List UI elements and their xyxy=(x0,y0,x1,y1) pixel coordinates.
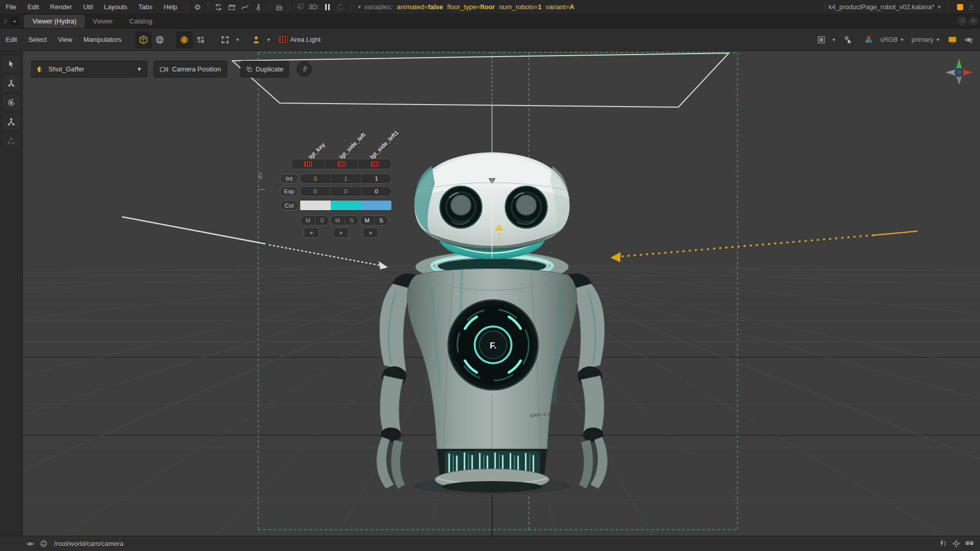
favorite-star-button[interactable]: ★ xyxy=(304,228,319,238)
menu-edit[interactable]: Edit xyxy=(22,0,44,14)
tab-viewer[interactable]: Viewer xyxy=(85,15,121,28)
render-layer-icon[interactable] xyxy=(813,32,829,48)
intensity-values-row: 3 1 1 xyxy=(300,173,392,184)
intensity-value[interactable]: 1 xyxy=(361,174,391,183)
close-pane-button[interactable]: ✕ xyxy=(969,16,978,26)
colorspace-label[interactable]: sRGB xyxy=(880,36,898,43)
rotate-tool-icon[interactable] xyxy=(4,95,19,110)
mute-button[interactable]: M xyxy=(301,216,315,225)
intensity-value[interactable]: 1 xyxy=(330,174,361,183)
shaded-mode-icon[interactable] xyxy=(135,32,152,48)
scale-tool-icon[interactable] xyxy=(4,114,19,130)
slate-icon[interactable] xyxy=(225,1,238,13)
eye-check-icon[interactable] xyxy=(961,32,977,48)
duplicate-button[interactable]: Duplicate xyxy=(240,61,289,78)
solo-button[interactable]: S xyxy=(345,216,359,225)
project-chevron-icon[interactable]: ▼ xyxy=(937,5,942,10)
area-light-cell-icon[interactable] xyxy=(325,159,358,169)
warning-icon[interactable]: ⚠ xyxy=(968,3,975,12)
table-collapse-icon[interactable]: — xyxy=(258,185,265,193)
gaffer-chevron-icon: ▼ xyxy=(137,66,142,72)
color-gamut-icon[interactable] xyxy=(861,32,877,48)
render-layer-chevron-icon[interactable]: ▼ xyxy=(831,37,836,42)
marquee-select-icon[interactable] xyxy=(217,32,233,48)
exposure-value[interactable]: 0 xyxy=(361,187,391,196)
rotate-gaffer-button[interactable] xyxy=(297,61,312,77)
color-swatch[interactable] xyxy=(331,201,361,210)
wire-sphere-icon[interactable] xyxy=(176,32,192,48)
visibility-eye-icon[interactable] xyxy=(23,538,37,550)
variable-num-robots[interactable]: num_robots=1 xyxy=(499,3,542,11)
color-swatch[interactable] xyxy=(361,201,391,210)
gaffer-icon xyxy=(37,66,44,73)
select-tool-icon[interactable] xyxy=(4,56,19,71)
proxy-tiles-icon[interactable] xyxy=(192,32,209,48)
intensity-value[interactable]: 3 xyxy=(300,174,330,183)
favorite-star-button[interactable]: ★ xyxy=(363,228,378,238)
mute-button[interactable]: M xyxy=(331,216,345,225)
camera-position-button[interactable]: Camera Position xyxy=(154,61,227,78)
pointer-snap-icon[interactable] xyxy=(840,32,856,48)
translate-tool-icon[interactable] xyxy=(4,76,19,91)
channel-chevron-icon[interactable]: ▼ xyxy=(936,37,940,42)
stereo-glasses-icon[interactable] xyxy=(963,538,976,550)
render-status-icon[interactable] xyxy=(957,4,963,10)
graph-state-variables[interactable]: animated=false floor_type=floor num_robo… xyxy=(397,3,578,11)
monitor-icon[interactable] xyxy=(944,32,961,48)
menu-tabs[interactable]: Tabs xyxy=(133,0,158,14)
key-icon[interactable] xyxy=(252,1,265,13)
solo-button[interactable]: S xyxy=(315,216,329,225)
variable-animated[interactable]: animated=false xyxy=(397,3,443,11)
viewer-menu-view[interactable]: View xyxy=(53,33,78,47)
menu-util[interactable]: Util xyxy=(78,0,99,14)
colorspace-chevron-icon[interactable]: ▼ xyxy=(900,37,904,42)
variable-floor-type[interactable]: floor_type=floor xyxy=(447,3,495,11)
color-swatch[interactable] xyxy=(300,201,331,210)
key-light-direction[interactable] xyxy=(610,231,918,262)
light-column-header[interactable]: lgt_side_left1 xyxy=(369,130,400,160)
exposure-value[interactable]: 0 xyxy=(300,187,330,196)
pan-mode-icon[interactable] xyxy=(949,538,963,550)
menu-help[interactable]: Help xyxy=(158,0,183,14)
render-farm-icon[interactable] xyxy=(273,1,286,13)
light-column-header[interactable]: lgt_key xyxy=(308,141,327,160)
gear-icon[interactable] xyxy=(191,1,204,13)
pane-menu-button[interactable]: ▼ xyxy=(10,17,19,26)
area-light-cell-icon[interactable] xyxy=(291,159,325,169)
exposure-value[interactable]: 0 xyxy=(330,187,361,196)
intensity-row-label: Int xyxy=(280,173,299,184)
favorite-star-button[interactable]: ★ xyxy=(333,228,349,238)
curve-icon[interactable] xyxy=(238,1,252,13)
variable-variant[interactable]: variant=A xyxy=(546,3,574,11)
viewer-menu-edit[interactable]: Edit xyxy=(0,33,22,47)
recycle-icon[interactable] xyxy=(212,1,225,13)
menu-file[interactable]: File xyxy=(0,0,22,14)
float-pane-button[interactable]: ❐ xyxy=(958,16,967,26)
mute-button[interactable]: M xyxy=(360,216,374,225)
channel-label[interactable]: primary xyxy=(912,36,934,43)
area-light-cell-icon[interactable] xyxy=(358,159,391,169)
viewer-menu-select[interactable]: Select xyxy=(22,33,52,47)
environment-icon[interactable] xyxy=(152,32,168,48)
snapshot-icon[interactable] xyxy=(936,538,949,550)
viewport-3d[interactable]: F. MARI 4.6 xyxy=(0,51,980,536)
table-drag-handle[interactable]: ⣿ xyxy=(258,171,263,179)
variables-chevron-icon[interactable]: ▼ xyxy=(357,5,362,10)
gaffer-select-combo[interactable]: Shot_Gaffer ▼ xyxy=(31,61,148,78)
pane-drag-handle[interactable]: ‖ xyxy=(4,17,6,25)
camera-aperture-icon[interactable] xyxy=(37,538,50,550)
tab-catalog[interactable]: Catalog xyxy=(121,15,160,28)
menu-layouts[interactable]: Layouts xyxy=(99,0,133,14)
pause-icon[interactable] xyxy=(325,4,330,10)
separator xyxy=(187,3,187,12)
person-chevron-icon[interactable]: ▼ xyxy=(266,37,271,42)
axis-gizmo[interactable] xyxy=(945,58,973,85)
menu-render[interactable]: Render xyxy=(44,0,78,14)
viewer-menu-manipulators[interactable]: Manipulators xyxy=(78,33,127,47)
person-camera-icon[interactable] xyxy=(248,32,264,48)
marquee-chevron-icon[interactable]: ▼ xyxy=(235,37,240,42)
tab-viewer-hydra[interactable]: Viewer (Hydra) xyxy=(24,15,84,28)
pivot-tool-icon[interactable] xyxy=(4,134,19,149)
light-column-header[interactable]: lgt_side_left xyxy=(338,132,367,160)
solo-button[interactable]: S xyxy=(374,216,388,225)
